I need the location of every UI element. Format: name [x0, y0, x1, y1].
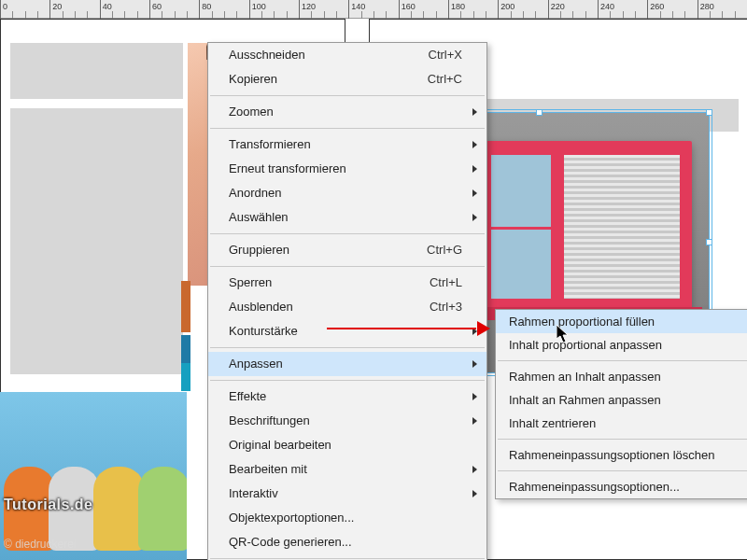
menu-item[interactable]: Objektexportoptionen... [208, 506, 486, 530]
ruler-tick: 80 [199, 0, 200, 19]
image-content [488, 152, 554, 301]
menu-item-label: Erneut transformieren [229, 161, 346, 175]
menu-separator [210, 558, 485, 559]
submenu-arrow-icon [472, 490, 477, 497]
submenu-arrow-icon [472, 328, 477, 335]
menu-separator [498, 439, 747, 440]
selection-handle[interactable] [536, 109, 543, 116]
menu-item[interactable]: AusschneidenCtrl+X [208, 43, 486, 67]
menu-item-label: Effekte [229, 389, 266, 403]
menu-item[interactable]: Erneut transformieren [208, 157, 486, 181]
menu-separator [210, 233, 485, 234]
menu-item-label: Interaktiv [229, 486, 278, 500]
menu-item-label: Ausschneiden [229, 48, 305, 62]
menu-item[interactable]: Bearbeiten mit [208, 457, 486, 482]
image-content [93, 467, 145, 551]
ruler-tick: 180 [448, 0, 449, 19]
menu-item-label: Transformieren [229, 137, 311, 151]
image-content [477, 141, 692, 309]
submenu-anpassen[interactable]: Rahmen proportional füllenInhalt proport… [495, 309, 747, 499]
ruler-tick: 40 [100, 0, 101, 19]
menu-item-label: Zoomen [229, 105, 274, 119]
submenu-item[interactable]: Rahmen an Inhalt anpassen [496, 365, 747, 388]
menu-item[interactable]: QR-Code generieren... [208, 530, 486, 554]
ruler-tick: 160 [399, 0, 400, 19]
submenu-item[interactable]: Rahmeneinpassungsoptionen... [496, 475, 747, 498]
menu-item[interactable]: Anordnen [208, 181, 486, 205]
menu-separator [210, 266, 485, 267]
ruler-tick: 60 [149, 0, 150, 19]
menu-item[interactable]: Anpassen [208, 352, 486, 376]
ruler-tick: 140 [348, 0, 349, 19]
menu-item-label: Anordnen [229, 186, 281, 200]
menu-item-label: Bearbeiten mit [229, 462, 307, 476]
menu-item-label: Original bearbeiten [229, 438, 331, 452]
menu-item-label: Gruppieren [229, 243, 289, 257]
menu-item[interactable]: Interaktiv [208, 482, 486, 506]
cursor-icon [557, 325, 570, 343]
submenu-item[interactable]: Inhalt proportional anpassen [496, 333, 747, 357]
menu-separator [210, 347, 485, 348]
menu-item-label: Objektexportoptionen... [229, 511, 354, 525]
menu-item[interactable]: Transformieren [208, 133, 486, 157]
image-sliver [181, 335, 190, 363]
submenu-arrow-icon [472, 417, 477, 425]
ruler-tick: 240 [598, 0, 599, 19]
menu-item[interactable]: GruppierenCtrl+G [208, 238, 486, 262]
menu-item-label: Ausblenden [229, 300, 293, 314]
submenu-item[interactable]: Rahmeneinpassungsoptionen löschen [496, 443, 747, 467]
ruler-tick: 280 [698, 0, 698, 19]
menu-item[interactable]: Original bearbeiten [208, 433, 486, 457]
menu-item-label: Beschriftungen [229, 413, 310, 427]
submenu-arrow-icon [472, 189, 477, 197]
menu-item[interactable]: Auswählen [208, 205, 486, 230]
horizontal-ruler[interactable]: 020406080100120140160180200220240260280 [0, 0, 747, 19]
ruler-tick: 100 [249, 0, 250, 19]
menu-item-label: Auswählen [229, 210, 289, 224]
ruler-tick: 20 [49, 0, 50, 19]
selection-handle[interactable] [706, 239, 712, 245]
selection-handle[interactable] [706, 109, 712, 116]
menu-item[interactable]: Zoomen [208, 100, 486, 124]
menu-item[interactable]: KopierenCtrl+C [208, 67, 486, 91]
submenu-arrow-icon [472, 466, 477, 473]
ruler-tick: 200 [498, 0, 499, 19]
submenu-arrow-icon [472, 141, 477, 148]
menu-item[interactable]: Konturstärke [208, 319, 486, 343]
menu-item-shortcut: Ctrl+X [429, 43, 462, 67]
context-menu[interactable]: AusschneidenCtrl+XKopierenCtrl+CZoomenTr… [207, 42, 487, 560]
watermark-tutorials: Tutorials.de [4, 497, 93, 513]
menu-separator [210, 95, 485, 96]
menu-separator [498, 470, 747, 471]
menu-item-label: QR-Code generieren... [229, 535, 352, 549]
image-frame-kids[interactable]: Tutorials.de © diedruckerei [0, 392, 187, 560]
menu-item[interactable]: AusblendenCtrl+3 [208, 295, 486, 319]
image-sliver [181, 363, 190, 391]
menu-separator [210, 128, 485, 129]
ruler-tick: 260 [647, 0, 648, 19]
placeholder-frame [10, 108, 183, 374]
ruler-tick: 120 [299, 0, 300, 19]
ruler-tick: 220 [548, 0, 549, 19]
ruler-tick: 0 [0, 0, 1, 19]
submenu-arrow-icon [472, 393, 477, 400]
submenu-arrow-icon [472, 214, 477, 221]
submenu-item[interactable]: Rahmen proportional füllen [496, 310, 747, 333]
menu-item[interactable]: Beschriftungen [208, 409, 486, 433]
watermark-diedruckerei: © diedruckerei [4, 538, 77, 551]
menu-item[interactable]: SperrenCtrl+L [208, 271, 486, 295]
menu-item-label: Anpassen [229, 357, 283, 371]
menu-separator [498, 360, 747, 361]
submenu-item[interactable]: Inhalt an Rahmen anpassen [496, 388, 747, 412]
submenu-item[interactable]: Inhalt zentrieren [496, 412, 747, 435]
menu-item-label: Sperren [229, 275, 272, 289]
menu-item-shortcut: Ctrl+C [428, 67, 462, 91]
placeholder-frame [10, 43, 183, 99]
menu-item[interactable]: Effekte [208, 385, 486, 409]
menu-item-shortcut: Ctrl+3 [430, 295, 462, 319]
menu-item-label: Kopieren [229, 72, 277, 86]
menu-item-shortcut: Ctrl+G [427, 238, 462, 262]
menu-separator [210, 380, 485, 381]
menu-item-label: Konturstärke [229, 324, 298, 338]
image-sliver [181, 281, 190, 332]
